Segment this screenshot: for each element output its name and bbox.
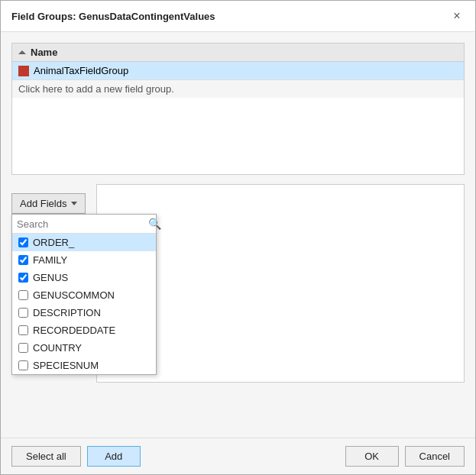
table-spacer <box>12 98 464 174</box>
label-genus: GENUS <box>33 272 68 283</box>
search-icon: 🔍 <box>148 218 161 230</box>
dropdown-item-family[interactable]: FAMILY <box>12 251 156 269</box>
label-speciesnum: SPECIESNUM <box>33 360 99 371</box>
dialog-body: Name AnimalTaxFieldGroup Click here to a… <box>1 32 475 438</box>
table-header-name: Name <box>31 47 57 58</box>
selected-row-label: AnimalTaxFieldGroup <box>34 65 128 76</box>
dialog-footer: Select all Add OK Cancel <box>1 438 475 474</box>
field-groups-table: Name AnimalTaxFieldGroup Click here to a… <box>11 43 465 175</box>
dropdown-arrow-icon <box>71 202 77 205</box>
dropdown-item-description[interactable]: DESCRIPTION <box>12 304 156 322</box>
dropdown-item-genuscommon[interactable]: GENUSCOMMON <box>12 286 156 304</box>
footer-left: Select all Add <box>11 446 141 467</box>
table-row-add[interactable]: Click here to add a new field group. <box>12 79 464 98</box>
sort-icon <box>18 50 26 54</box>
checkbox-genus[interactable] <box>18 273 28 283</box>
checkbox-family[interactable] <box>18 255 28 265</box>
checkbox-country[interactable] <box>18 343 28 353</box>
add-fields-area: Add Fields 🔍 ORDER_ FAMILY <box>11 193 86 214</box>
dropdown-item-speciesnum[interactable]: SPECIESNUM <box>12 357 156 374</box>
row-indicator <box>18 66 29 76</box>
checkbox-speciesnum[interactable] <box>18 360 28 370</box>
label-family: FAMILY <box>33 254 67 266</box>
dialog-title: Field Groups: GenusDataContingentValues <box>11 11 215 22</box>
checkbox-order[interactable] <box>18 238 28 247</box>
label-recordeddate: RECORDEDDATE <box>33 325 115 336</box>
dropdown-item-recordeddate[interactable]: RECORDEDDATE <box>12 322 156 339</box>
select-all-button[interactable]: Select all <box>11 446 81 467</box>
checkbox-genuscommon[interactable] <box>18 290 28 300</box>
table-header: Name <box>12 44 464 62</box>
title-bar: Field Groups: GenusDataContingentValues … <box>1 1 475 32</box>
dropdown-panel: 🔍 ORDER_ FAMILY GENUS <box>11 214 157 375</box>
close-button[interactable]: × <box>449 8 465 24</box>
label-country: COUNTRY <box>33 342 82 354</box>
dropdown-item-genus[interactable]: GENUS <box>12 269 156 286</box>
cancel-button[interactable]: Cancel <box>405 446 465 467</box>
dropdown-item-order[interactable]: ORDER_ <box>12 234 156 251</box>
label-genuscommon: GENUSCOMMON <box>33 289 115 301</box>
footer-right: OK Cancel <box>345 446 465 467</box>
label-order: ORDER_ <box>33 237 74 248</box>
search-input[interactable] <box>17 218 145 230</box>
checkbox-description[interactable] <box>18 308 28 318</box>
label-description: DESCRIPTION <box>33 307 101 318</box>
add-button[interactable]: Add <box>87 446 141 467</box>
dropdown-item-country[interactable]: COUNTRY <box>12 339 156 357</box>
search-row: 🔍 <box>12 215 156 234</box>
dialog: Field Groups: GenusDataContingentValues … <box>0 0 476 475</box>
ok-button[interactable]: OK <box>345 446 399 467</box>
checkbox-recordeddate[interactable] <box>18 325 28 335</box>
table-row-selected[interactable]: AnimalTaxFieldGroup <box>12 62 464 79</box>
add-fields-button[interactable]: Add Fields <box>11 193 86 214</box>
